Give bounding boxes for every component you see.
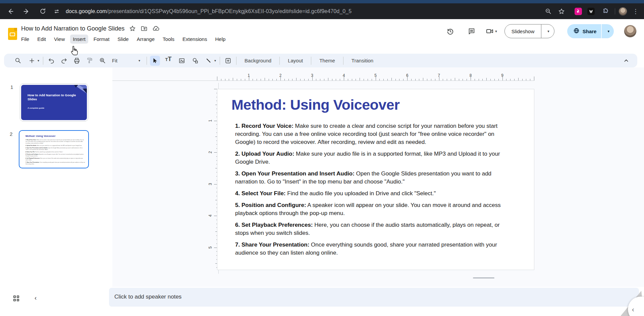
globe-icon [573, 28, 580, 35]
search-menus-icon[interactable] [13, 56, 23, 66]
thumb-paragraph: 4. Select Your File: Find the audio file… [25, 151, 85, 153]
site-info-icon[interactable] [51, 7, 62, 16]
bookmark-star-icon[interactable] [556, 6, 567, 17]
zoom-out-page-icon[interactable] [542, 6, 554, 17]
menu-view[interactable]: View [51, 35, 67, 44]
edit-toolbar: ▾ Fit ▾ TT [4, 54, 637, 67]
google-slides-logo[interactable] [8, 28, 17, 40]
browser-reload-icon[interactable] [37, 6, 48, 17]
slide-title[interactable]: Method: Using Voiceover [231, 97, 399, 113]
thumb-paragraph: 3. Open Your Presentation and Insert Aud… [25, 147, 85, 151]
slide-2-number: 2 [10, 131, 12, 137]
zoom-select[interactable]: Fit ▾ [109, 56, 144, 66]
chevron-down-icon: ▾ [607, 29, 609, 34]
horizontal-ruler: 123456789 [217, 74, 535, 81]
mouse-hand-cursor [69, 45, 79, 57]
thumb-paragraph: 6. Set Playback Preferences: Here, you c… [25, 158, 85, 161]
toolbar-divider [43, 57, 43, 65]
account-avatar[interactable] [624, 25, 637, 38]
slideshow-options-caret[interactable]: ▾ [541, 24, 554, 38]
document-title[interactable]: How to Add Narration to Google Slides [21, 25, 124, 32]
docs-header: How to Add Narration to Google Slides Fi… [0, 19, 644, 54]
slide-paragraph: 5. Position and Configure: A speaker ico… [235, 201, 508, 217]
slide-paragraph: 4. Select Your File: Find the audio file… [235, 190, 508, 198]
cloud-saved-icon[interactable] [152, 25, 160, 32]
browser-profile-avatar[interactable] [619, 7, 627, 16]
paint-format-icon [85, 56, 95, 66]
browser-toolbar: docs.google.com/presentation/d/1QSSPwyQ4… [0, 0, 644, 19]
insert-line-tool[interactable] [204, 56, 214, 66]
v-ruler-number: 4 [208, 215, 213, 217]
menu-format[interactable]: Format [91, 35, 112, 44]
new-slide-caret-icon[interactable]: ▾ [38, 59, 39, 62]
slide-body-text[interactable]: 1. Record Your Voice: Make sure to creat… [235, 122, 508, 261]
speaker-notes-row: ‹ Click to add speaker notes [0, 287, 644, 316]
browser-forward-icon[interactable] [21, 6, 32, 17]
menu-edit[interactable]: Edit [35, 35, 49, 44]
redo-icon[interactable] [59, 56, 69, 66]
version-history-icon[interactable] [443, 24, 457, 38]
menu-help[interactable]: Help [212, 35, 228, 44]
share-label: Share [583, 29, 597, 34]
select-tool[interactable] [150, 56, 160, 66]
collapse-toolbar-icon[interactable] [621, 56, 631, 66]
filmstrip-panel: 1 How to Add Narration to Google Slides … [0, 67, 112, 287]
collapse-filmstrip-icon[interactable]: ‹ [35, 294, 37, 302]
zoom-value: Fit [112, 58, 117, 63]
new-slide-button[interactable] [27, 56, 37, 66]
insert-shape-tool[interactable] [190, 56, 200, 66]
h-ruler-number: 2 [279, 73, 282, 78]
menu-bar: FileEditViewInsertFormatSlideArrangeTool… [18, 35, 231, 44]
three-dots-glyph: ⋮ [633, 8, 639, 14]
browser-menu-icon[interactable]: ⋮ [630, 6, 641, 17]
slide-1-thumbnail[interactable]: How to Add Narration to Google Slides A … [20, 84, 88, 121]
grid-view-icon[interactable] [13, 296, 19, 302]
zoom-in-icon[interactable] [97, 56, 107, 66]
slide-paragraph: 1. Record Your Voice: Make sure to creat… [235, 122, 508, 146]
extension-pink-icon[interactable] [575, 8, 582, 15]
extension-owl-icon[interactable] [587, 8, 595, 15]
join-call-button[interactable]: ▾ [486, 27, 497, 35]
browser-back-icon[interactable] [5, 6, 16, 17]
slide-canvas[interactable]: 123456789 12345 Method: Using Voiceover … [112, 67, 644, 287]
comments-icon[interactable] [465, 24, 478, 38]
menu-file[interactable]: File [18, 35, 32, 44]
menu-tools[interactable]: Tools [160, 35, 177, 44]
slide-editor[interactable]: Method: Using Voiceover 1. Record Your V… [217, 89, 534, 270]
toolbar-divider [236, 57, 236, 65]
background-button[interactable]: Background [239, 56, 276, 66]
v-ruler-number: 1 [208, 119, 213, 122]
chevron-down-icon[interactable]: ▾ [495, 29, 497, 34]
address-bar[interactable]: docs.google.com/presentation/d/1QSSPwyQ4… [51, 5, 542, 17]
slide-paragraph: 6. Set Playback Preferences: Here, you c… [235, 221, 508, 237]
share-options-caret[interactable]: ▾ [601, 24, 614, 38]
slide-2-preview: Method: Using Voiceover 1. Record Your V… [20, 132, 87, 167]
insert-comment-tool[interactable] [223, 56, 233, 66]
theme-button[interactable]: Theme [314, 56, 340, 66]
large-t-glyph: T [168, 56, 172, 63]
speaker-notes-placeholder[interactable]: Click to add speaker notes [114, 294, 181, 300]
move-to-folder-icon[interactable] [141, 25, 148, 32]
extensions-puzzle-icon[interactable] [600, 6, 611, 17]
share-button[interactable]: Share ▾ [567, 24, 614, 38]
print-icon[interactable] [72, 56, 82, 66]
insert-image-tool[interactable] [177, 56, 187, 66]
text-box-tool[interactable]: TT [163, 56, 173, 66]
menu-insert[interactable]: Insert [70, 35, 88, 44]
screen: docs.google.com/presentation/d/1QSSPwyQ4… [0, 0, 644, 316]
menu-arrange[interactable]: Arrange [134, 35, 157, 44]
undo-icon[interactable] [46, 56, 56, 66]
slideshow-button[interactable]: Slideshow ▾ [504, 24, 554, 38]
slide-2-thumbnail-selected[interactable]: Method: Using Voiceover 1. Record Your V… [19, 130, 89, 168]
thumb-paragraph: 2. Upload Your Audio: Make sure your aud… [25, 145, 85, 147]
notes-resize-handle[interactable] [473, 277, 494, 278]
speaker-notes-box[interactable]: Click to add speaker notes [109, 288, 639, 307]
layout-button[interactable]: Layout [283, 56, 308, 66]
slideshow-label[interactable]: Slideshow [505, 24, 541, 38]
menu-extensions[interactable]: Extensions [180, 35, 210, 44]
transition-button[interactable]: Transition [346, 56, 378, 66]
menu-slide[interactable]: Slide [115, 35, 131, 44]
star-document-icon[interactable] [129, 25, 136, 32]
line-tool-caret-icon[interactable]: ▾ [214, 59, 216, 62]
logo-inner-rect [10, 33, 15, 36]
